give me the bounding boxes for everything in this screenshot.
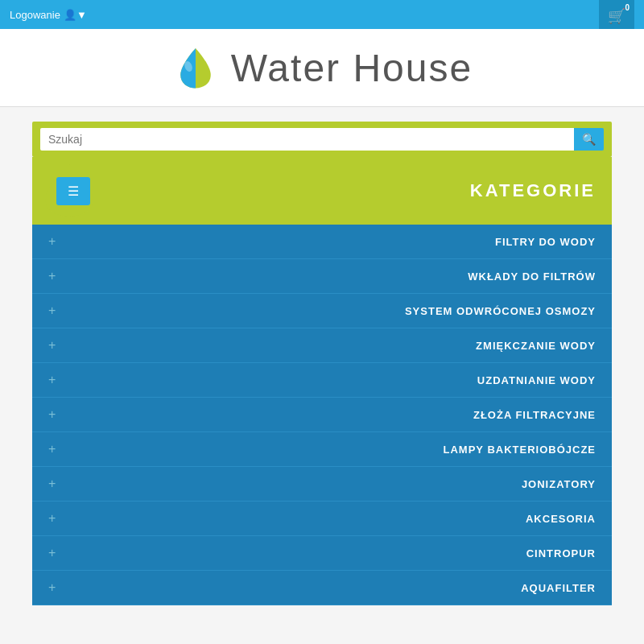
category-name: CINTROPUR bbox=[526, 547, 596, 559]
logo-droplet bbox=[171, 43, 220, 92]
top-bar: Logowanie 👤▼ 0 🛒 bbox=[0, 0, 644, 29]
category-name: SYSTEM ODWRÓCONEJ OSMOZY bbox=[405, 305, 596, 317]
expand-icon: + bbox=[48, 234, 56, 249]
expand-icon: + bbox=[48, 303, 56, 318]
category-name: WKŁADY DO FILTRÓW bbox=[468, 270, 596, 283]
category-item[interactable]: + CINTROPUR bbox=[32, 536, 612, 571]
category-item[interactable]: + SYSTEM ODWRÓCONEJ OSMOZY bbox=[32, 294, 612, 328]
logo-text: Water House bbox=[231, 46, 473, 90]
category-item[interactable]: + ZMIĘKCZANIE WODY bbox=[32, 328, 612, 363]
category-name: FILTRY DO WODY bbox=[495, 236, 596, 248]
category-name: JONIZATORY bbox=[522, 478, 596, 490]
expand-icon: + bbox=[48, 407, 56, 422]
category-name: ZŁOŻA FILTRACYJNE bbox=[473, 409, 596, 421]
category-name: LAMPY BAKTERIOBÓJCZE bbox=[444, 444, 597, 456]
expand-icon: + bbox=[48, 477, 56, 491]
category-section: ☰ KATEGORIE + FILTRY DO WODY + WKŁADY DO… bbox=[32, 157, 612, 605]
category-item[interactable]: + WKŁADY DO FILTRÓW bbox=[32, 259, 612, 294]
expand-icon: + bbox=[48, 373, 56, 387]
categories-label: KATEGORIE bbox=[470, 180, 596, 201]
category-name: AQUAFILTER bbox=[521, 582, 596, 594]
category-name: UZDATNIANIE WODY bbox=[477, 374, 596, 386]
expand-icon: + bbox=[48, 546, 56, 560]
search-button[interactable]: 🔍 bbox=[574, 128, 604, 151]
category-item[interactable]: + FILTRY DO WODY bbox=[32, 225, 612, 259]
expand-icon: + bbox=[48, 442, 56, 456]
category-list: + FILTRY DO WODY + WKŁADY DO FILTRÓW + S… bbox=[32, 225, 612, 605]
expand-icon: + bbox=[48, 580, 56, 595]
expand-icon: + bbox=[48, 269, 56, 283]
menu-toggle-button[interactable]: ☰ bbox=[56, 177, 90, 205]
logo-area: Water House bbox=[0, 29, 644, 107]
category-item[interactable]: + ZŁOŻA FILTRACYJNE bbox=[32, 398, 612, 432]
search-input[interactable] bbox=[40, 128, 574, 151]
category-header: ☰ KATEGORIE bbox=[32, 157, 612, 225]
cart-icon: 🛒 bbox=[608, 7, 625, 25]
expand-icon: + bbox=[48, 338, 56, 353]
category-item[interactable]: + JONIZATORY bbox=[32, 467, 612, 502]
category-item[interactable]: + UZDATNIANIE WODY bbox=[32, 363, 612, 398]
login-button[interactable]: Logowanie 👤▼ bbox=[10, 9, 87, 21]
expand-icon: + bbox=[48, 511, 56, 526]
user-icon: 👤▼ bbox=[64, 9, 87, 21]
cart-count: 0 bbox=[625, 3, 630, 12]
login-label: Logowanie bbox=[10, 9, 60, 21]
category-name: AKCESORIA bbox=[526, 513, 596, 525]
cart-button[interactable]: 0 🛒 bbox=[599, 0, 634, 29]
category-name: ZMIĘKCZANIE WODY bbox=[476, 340, 596, 352]
search-bar: 🔍 bbox=[32, 122, 612, 157]
category-item[interactable]: + AQUAFILTER bbox=[32, 571, 612, 605]
category-item[interactable]: + AKCESORIA bbox=[32, 502, 612, 536]
category-item[interactable]: + LAMPY BAKTERIOBÓJCZE bbox=[32, 432, 612, 467]
